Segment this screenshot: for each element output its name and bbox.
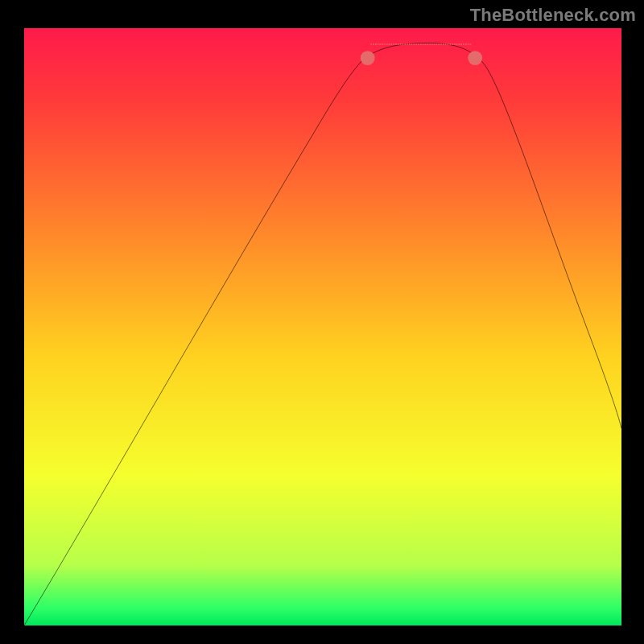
plot-area <box>24 28 621 625</box>
chart-svg <box>24 28 621 625</box>
acceptable-end-marker <box>468 51 482 65</box>
watermark-text: TheBottleneck.com <box>470 5 636 26</box>
acceptable-start-marker <box>361 51 375 65</box>
figure-root: TheBottleneck.com <box>0 0 644 644</box>
